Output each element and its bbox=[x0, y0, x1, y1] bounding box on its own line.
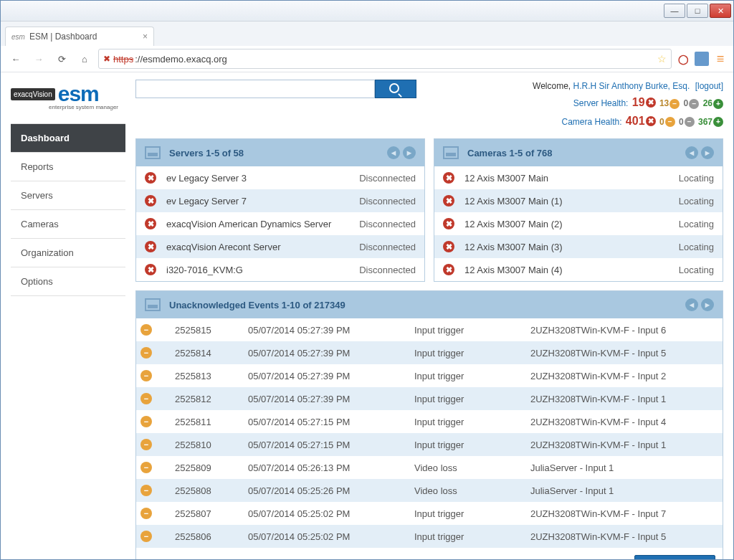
camera-health-ok-count: 367 bbox=[698, 115, 712, 129]
server-row[interactable]: ✖exacqVision American Dynamics ServerDis… bbox=[136, 212, 424, 235]
chart-icon bbox=[145, 298, 161, 311]
event-time: 05/07/2014 05:27:39 PM bbox=[244, 318, 410, 341]
events-footer: Acknowledge All bbox=[136, 548, 723, 559]
status-warn-icon: − bbox=[140, 416, 152, 427]
window-titlebar: ― □ ✕ bbox=[1, 1, 733, 22]
search-input[interactable] bbox=[135, 80, 375, 98]
event-type: Input trigger bbox=[410, 525, 526, 548]
event-id: 2525810 bbox=[171, 433, 244, 456]
bookmark-star-icon[interactable]: ☆ bbox=[657, 53, 667, 65]
event-time: 05/07/2014 05:26:13 PM bbox=[244, 456, 410, 479]
event-row[interactable]: −252581005/07/2014 05:27:15 PMInput trig… bbox=[136, 433, 723, 456]
event-row[interactable]: −252580905/07/2014 05:26:13 PMVideo loss… bbox=[136, 456, 723, 479]
chart-icon bbox=[145, 146, 161, 159]
camera-status: Locating bbox=[679, 242, 714, 252]
camera-row[interactable]: ✖12 Axis M3007 Main (3)Locating bbox=[434, 235, 723, 258]
address-bar[interactable]: ✖ https ://esmdemo.exacq.org ☆ bbox=[98, 49, 672, 69]
browser-tab[interactable]: esm ESM | Dashboard × bbox=[5, 27, 154, 46]
event-row[interactable]: −252580605/07/2014 05:25:02 PMInput trig… bbox=[136, 525, 723, 548]
event-row[interactable]: −252581205/07/2014 05:27:39 PMInput trig… bbox=[136, 387, 723, 410]
welcome-user-link[interactable]: H.R.H Sir Anthony Burke, Esq. bbox=[573, 81, 690, 91]
search-button[interactable] bbox=[375, 80, 416, 98]
status-error-icon: ✖ bbox=[145, 241, 156, 252]
tab-close-icon[interactable]: × bbox=[143, 32, 148, 42]
event-row[interactable]: −252581405/07/2014 05:27:39 PMInput trig… bbox=[136, 341, 723, 364]
server-name: exacqVision American Dynamics Server bbox=[166, 219, 353, 229]
camera-name: 12 Axis M3007 Main (1) bbox=[464, 196, 673, 207]
sidebar-item-options[interactable]: Options bbox=[11, 267, 125, 296]
event-id: 2525807 bbox=[171, 502, 244, 525]
warn-dot-icon: − bbox=[669, 99, 680, 109]
logout-link[interactable]: [logout] bbox=[695, 81, 723, 91]
cameras-next-page[interactable]: ► bbox=[701, 146, 714, 159]
server-row[interactable]: ✖ev Legacy Server 7Disconnected bbox=[136, 189, 424, 212]
reload-button[interactable]: ⟳ bbox=[52, 49, 71, 68]
camera-health-label[interactable]: Camera Health: bbox=[561, 117, 621, 127]
main-column: Welcome, H.R.H Sir Anthony Burke, Esq. [… bbox=[135, 80, 723, 559]
sidebar-item-dashboard[interactable]: Dashboard bbox=[11, 124, 125, 153]
server-status: Disconnected bbox=[359, 242, 416, 252]
event-row[interactable]: −252581305/07/2014 05:27:39 PMInput trig… bbox=[136, 364, 723, 387]
event-time: 05/07/2014 05:27:39 PM bbox=[244, 341, 410, 364]
welcome-block: Welcome, H.R.H Sir Anthony Burke, Esq. [… bbox=[533, 80, 723, 130]
window-maximize-button[interactable]: □ bbox=[687, 4, 708, 18]
sidebar-item-reports[interactable]: Reports bbox=[11, 153, 125, 181]
window-close-button[interactable]: ✕ bbox=[710, 4, 731, 18]
event-row[interactable]: −252581505/07/2014 05:27:39 PMInput trig… bbox=[136, 318, 723, 341]
back-button[interactable]: ← bbox=[6, 49, 25, 68]
acknowledge-all-button[interactable]: Acknowledge All bbox=[634, 555, 715, 559]
status-warn-icon: − bbox=[140, 462, 152, 473]
sidebar-item-servers[interactable]: Servers bbox=[11, 181, 125, 210]
page-content: exacqVision esm enterprise system manage… bbox=[1, 72, 733, 559]
status-error-icon: ✖ bbox=[443, 172, 454, 184]
status-error-icon: ✖ bbox=[145, 264, 156, 275]
server-health-label[interactable]: Server Health: bbox=[573, 98, 629, 108]
event-type: Input trigger bbox=[410, 433, 526, 456]
server-row[interactable]: ✖exacqVision Arecont ServerDisconnected bbox=[136, 235, 424, 258]
server-status: Disconnected bbox=[359, 219, 416, 229]
event-source: JuliaServer - Input 1 bbox=[526, 479, 723, 502]
extension-icon-2[interactable] bbox=[695, 52, 709, 66]
logo-brand-badge: exacqVision bbox=[11, 88, 55, 100]
event-time: 05/07/2014 05:27:39 PM bbox=[244, 364, 410, 387]
server-row[interactable]: ✖ev Legacy Server 3Disconnected bbox=[136, 166, 424, 189]
browser-menu-icon[interactable]: ≡ bbox=[713, 52, 728, 66]
event-time: 05/07/2014 05:27:15 PM bbox=[244, 433, 410, 456]
event-row[interactable]: −252581105/07/2014 05:27:15 PMInput trig… bbox=[136, 410, 723, 433]
top-row: Welcome, H.R.H Sir Anthony Burke, Esq. [… bbox=[135, 80, 723, 130]
event-id: 2525815 bbox=[171, 318, 244, 341]
sidebar-item-organization[interactable]: Organization bbox=[11, 239, 125, 267]
server-status: Disconnected bbox=[359, 173, 416, 184]
camera-row[interactable]: ✖12 Axis M3007 Main (2)Locating bbox=[434, 212, 723, 235]
camera-row[interactable]: ✖12 Axis M3007 Main (4)Locating bbox=[434, 258, 723, 281]
event-row[interactable]: −252580705/07/2014 05:25:02 PMInput trig… bbox=[136, 502, 723, 525]
home-button[interactable]: ⌂ bbox=[75, 49, 94, 68]
sidebar-item-cameras[interactable]: Cameras bbox=[11, 210, 125, 239]
events-next-page[interactable]: ► bbox=[701, 298, 714, 311]
servers-next-page[interactable]: ► bbox=[403, 146, 416, 159]
camera-row[interactable]: ✖12 Axis M3007 Main (1)Locating bbox=[434, 189, 723, 212]
cameras-panel-header: Cameras 1-5 of 768 ◄ ► bbox=[434, 139, 723, 166]
status-error-icon: ✖ bbox=[145, 195, 156, 207]
server-row[interactable]: ✖i320-7016_KVM:GDisconnected bbox=[136, 258, 424, 281]
window-minimize-button[interactable]: ― bbox=[664, 4, 685, 18]
event-type: Input trigger bbox=[410, 364, 526, 387]
event-time: 05/07/2014 05:25:02 PM bbox=[244, 525, 410, 548]
camera-status: Locating bbox=[679, 265, 714, 275]
status-error-icon: ✖ bbox=[443, 264, 454, 275]
events-prev-page[interactable]: ◄ bbox=[685, 298, 698, 311]
forward-button[interactable]: → bbox=[29, 49, 48, 68]
servers-panel: Servers 1-5 of 58 ◄ ► ✖ev Legacy Server … bbox=[135, 138, 425, 282]
browser-window: ― □ ✕ esm ESM | Dashboard × ← → ⟳ ⌂ ✖ ht… bbox=[0, 0, 734, 560]
event-source: 2UZH3208TWin-KVM-F - Input 1 bbox=[526, 433, 723, 456]
camera-row[interactable]: ✖12 Axis M3007 MainLocating bbox=[434, 166, 723, 189]
cameras-prev-page[interactable]: ◄ bbox=[685, 146, 698, 159]
event-row[interactable]: −252580805/07/2014 05:25:26 PMVideo loss… bbox=[136, 479, 723, 502]
warn-dot-icon: − bbox=[665, 117, 675, 127]
server-health-warn-count: 13 bbox=[659, 97, 669, 110]
status-warn-icon: − bbox=[140, 439, 152, 450]
servers-prev-page[interactable]: ◄ bbox=[387, 146, 400, 159]
camera-name: 12 Axis M3007 Main bbox=[464, 173, 673, 184]
extension-icon-1[interactable]: ◯ bbox=[676, 52, 690, 66]
idle-dot-icon: − bbox=[685, 117, 695, 127]
